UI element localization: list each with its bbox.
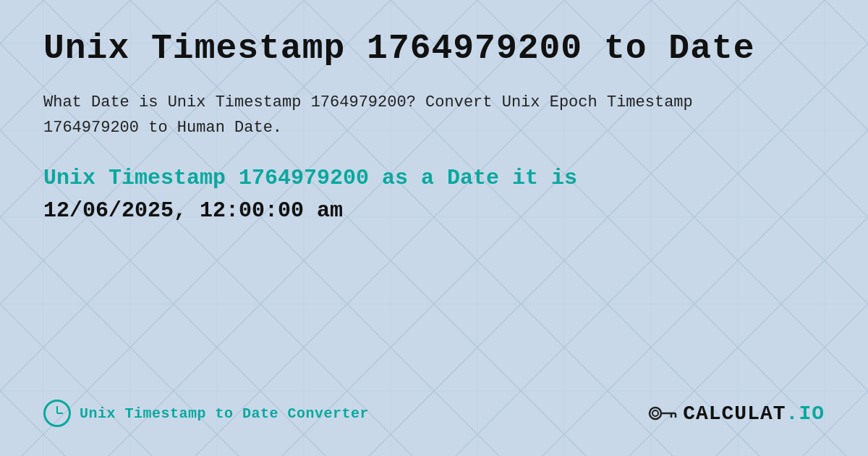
clock-icon [43,400,71,427]
svg-point-10 [652,410,658,416]
result-value: 12/06/2025, 12:00:00 am [43,198,343,223]
logo-prefix: CALCULAT [683,402,786,425]
logo-suffix: .IO [786,402,825,425]
result-prefix: Unix Timestamp 1764979200 as a Date it i… [43,166,577,190]
result-text: Unix Timestamp 1764979200 as a Date it i… [43,162,825,227]
footer-left: Unix Timestamp to Date Converter [43,400,369,427]
page-description: What Date is Unix Timestamp 1764979200? … [43,90,767,140]
svg-point-9 [650,408,661,419]
footer-label: Unix Timestamp to Date Converter [80,405,369,422]
page-title: Unix Timestamp 1764979200 to Date [43,29,825,68]
logo-icon [648,400,677,426]
logo-area: CALCULAT.IO [648,400,825,426]
footer: Unix Timestamp to Date Converter CALCULA… [43,385,825,427]
result-section: Unix Timestamp 1764979200 as a Date it i… [43,162,825,227]
logo-text: CALCULAT.IO [683,402,825,425]
